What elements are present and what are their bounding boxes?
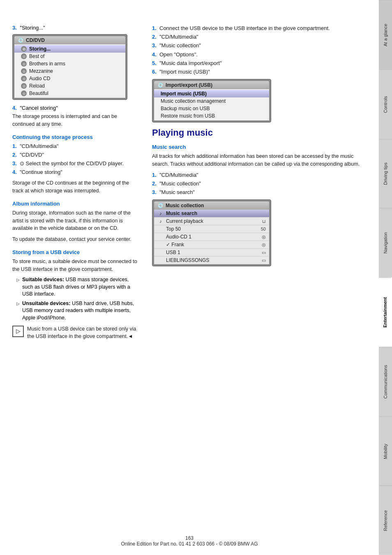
audio-cd1-label: Audio-CD 1 xyxy=(166,234,191,240)
frank-row: ✓ Frank ◎ xyxy=(154,241,269,249)
tab-entertainment[interactable]: Entertainment xyxy=(379,278,392,347)
page-footer: 163 Online Edition for Part no. 01 41 2 … xyxy=(0,535,379,547)
lieblingssongs-row: LIEBLINGSSONGS ▭ xyxy=(154,257,269,264)
device-list: Suitable devices: USB mass storage devic… xyxy=(12,276,140,321)
note-icon: ▷ xyxy=(12,326,24,337)
music-search-row: ♪ Music search xyxy=(154,210,269,217)
album-heading: Album information xyxy=(12,201,140,207)
frank-label: ✓ Frank xyxy=(166,242,184,247)
storing-usb-body: To store music, a suitable device must b… xyxy=(12,258,140,273)
import-export-screenshot: 💿 Import/export (USB) Import music (USB)… xyxy=(152,79,271,123)
music-collection-titlebar: 💿 Music collection xyxy=(154,201,269,210)
music-search-heading: Music search xyxy=(152,144,367,150)
music-search-step-1: 1. "CD/Multimedia" xyxy=(152,171,367,179)
music-collection-list: ♪ Music search ♪ Current playback ⊔ xyxy=(154,210,269,264)
connect-steps: 1. Connect the USB device to the USB int… xyxy=(152,25,367,76)
import-export-title: Import/export (USB) xyxy=(166,82,212,88)
brothers-icon: ◎ xyxy=(21,61,27,67)
tab-at-a-glance[interactable]: At a glance xyxy=(379,0,392,69)
left-column: 3. "Storing..." 💿 CD/DVD ◎ Storing... ◎ … xyxy=(12,8,140,547)
menu-item-reload: ◎ Reload xyxy=(14,82,125,90)
note-box: ▷ Music from a USB device can be stored … xyxy=(12,326,140,340)
suitable-devices: Suitable devices: USB mass storage devic… xyxy=(12,276,140,298)
audiocd-icon: ◎ xyxy=(21,76,27,81)
top50-row: Top 50 50 xyxy=(154,225,269,233)
step3-text: "Storing..." xyxy=(20,25,45,31)
music-search-step-2: 2. "Music collection" xyxy=(152,180,367,187)
current-playback-row: ♪ Current playback ⊔ xyxy=(154,217,269,225)
storing-icon: ◎ xyxy=(21,46,27,52)
menu-item-storing: ◎ Storing... xyxy=(14,45,125,53)
storing-usb-heading: Storing from a USB device xyxy=(12,249,140,255)
top50-label: Top 50 xyxy=(166,226,181,232)
music-search-body: All tracks for which additional informat… xyxy=(152,153,367,168)
continuing-heading: Continuing the storage process xyxy=(12,134,140,140)
cd-dvd-titlebar: 💿 CD/DVD xyxy=(14,36,125,44)
cd-dvd-menu: ◎ Storing... ◎ Best of ◎ Brothers in arm… xyxy=(14,44,125,98)
tab-mobility[interactable]: Mobility xyxy=(379,416,392,486)
continuing-step-2: 2. "CD/DVD" xyxy=(12,151,140,159)
import-export-icon: 💿 xyxy=(157,82,164,88)
connect-step-1: 1. Connect the USB device to the USB int… xyxy=(152,25,367,32)
menu-item-mezzanine: ◎ Mezzanine xyxy=(14,67,125,75)
connect-step-4: 4. Open "Options". xyxy=(152,51,367,58)
usb1-label: USB 1 xyxy=(166,250,180,255)
page-number: 163 xyxy=(185,535,194,541)
menu-item-beautiful: ◎ Beautiful xyxy=(14,90,125,97)
current-playback-label: Current playback xyxy=(166,218,203,224)
cancel-body: The storage process is interrupted and c… xyxy=(12,113,140,128)
music-collection-title: Music collection xyxy=(166,203,204,208)
connect-step-5: 5. "Music data import/export" xyxy=(152,60,367,67)
import-export-titlebar: 💿 Import/export (USB) xyxy=(154,81,269,89)
cd-dvd-title: CD/DVD xyxy=(26,37,45,43)
right-column: 1. Connect the USB device to the USB int… xyxy=(152,8,367,547)
tab-driving-tips[interactable]: Driving tips xyxy=(379,139,392,208)
tab-controls[interactable]: Controls xyxy=(379,69,392,139)
menu-item-brothers: ◎ Brothers in arms xyxy=(14,60,125,67)
side-tabs: At a glance Controls Driving tips Naviga… xyxy=(379,0,392,555)
reload-icon: ◎ xyxy=(21,83,27,89)
lieblingssongs-label: LIEBLINGSSONGS xyxy=(166,257,209,263)
album-body1: During storage, information such as the … xyxy=(12,209,140,232)
continuing-step-4: 4. "Continue storing" xyxy=(12,169,140,176)
beautiful-icon: ◎ xyxy=(21,90,27,96)
cd-dvd-screenshot: 💿 CD/DVD ◎ Storing... ◎ Best of ◎ Brothe… xyxy=(12,34,127,100)
audio-cd1-row: Audio-CD 1 ◎ xyxy=(154,233,269,241)
menu-item-audiocd: ◎ Audio CD xyxy=(14,75,125,82)
page-footer-text: Online Edition for Part no. 01 41 2 603 … xyxy=(121,541,258,547)
continuing-step-3: 3. ⊙ Select the symbol for the CD/DVD pl… xyxy=(12,160,140,167)
backup-music-item: Backup music on USB xyxy=(154,105,269,112)
music-collection-screenshot: 💿 Music collection ♪ Music search ♪ xyxy=(152,199,271,266)
connect-step-6: 6. "Import music (USB)" xyxy=(152,68,367,76)
tab-communications[interactable]: Communications xyxy=(379,347,392,416)
tab-navigation[interactable]: Navigation xyxy=(379,208,392,278)
step4-text: "Cancel storing" xyxy=(20,105,58,111)
continuing-body: Storage of the CD continues at the begin… xyxy=(12,179,140,195)
step4-label: 4. xyxy=(12,105,17,111)
restore-music-item: Restore music from USB xyxy=(154,112,269,120)
usb1-row: USB 1 ▭ xyxy=(154,249,269,257)
music-collection-management-item: Music collection management xyxy=(154,97,269,105)
connect-step-3: 3. "Music collection" xyxy=(152,42,367,49)
playing-music-heading: Playing music xyxy=(152,127,367,138)
menu-item-bestof: ◎ Best of xyxy=(14,53,125,60)
note-text: Music from a USB device can be stored on… xyxy=(27,326,140,340)
step3-label: 3. xyxy=(12,25,17,31)
continuing-list: 1. "CD/Multimedia" 2. "CD/DVD" 3. ⊙ Sele… xyxy=(12,143,140,176)
mezzanine-icon: ◎ xyxy=(21,68,27,74)
bestof-icon: ◎ xyxy=(21,53,27,59)
music-search-label: Music search xyxy=(166,210,197,216)
continuing-step-1: 1. "CD/Multimedia" xyxy=(12,143,140,150)
cd-icon: 💿 xyxy=(18,37,24,43)
unsuitable-devices: Unsuitable devices: USB hard drive, USB … xyxy=(12,300,140,322)
import-music-usb-item: Import music (USB) xyxy=(154,90,269,97)
tab-reference[interactable]: Reference xyxy=(379,486,392,555)
music-search-icon: ♪ xyxy=(157,211,164,216)
music-collection-icon: 💿 xyxy=(157,203,164,208)
music-search-steps: 1. "CD/Multimedia" 2. "Music collection"… xyxy=(152,171,367,197)
music-search-step-3: 3. "Music search" xyxy=(152,189,367,196)
current-playback-icon: ♪ xyxy=(157,219,164,224)
album-body2: To update the database, contact your ser… xyxy=(12,236,140,243)
import-export-menu: Import music (USB) Music collection mana… xyxy=(154,89,269,120)
connect-step-2: 2. "CD/Multimedia" xyxy=(152,33,367,41)
